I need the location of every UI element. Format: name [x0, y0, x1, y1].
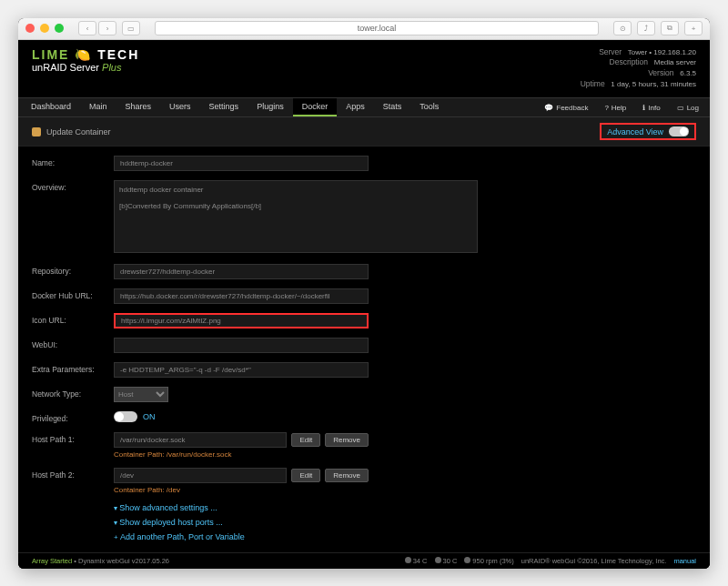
feedback-button[interactable]: 💬 Feedback [537, 98, 595, 116]
extra-input[interactable] [114, 362, 369, 378]
url-bar[interactable]: tower.local [155, 21, 599, 35]
temp1: 34 C [405, 557, 428, 565]
show-ports-link[interactable]: Show deployed host ports ... [114, 518, 696, 527]
host2-edit-button[interactable]: Edit [291, 469, 320, 482]
container-form: Name: Overview: hddtemp docker container… [18, 146, 710, 556]
fan-rpm: 950 rpm (3%) [464, 557, 513, 565]
extra-label: Extra Parameters: [32, 362, 114, 374]
icon-url-input[interactable] [114, 313, 369, 328]
tab-apps[interactable]: Apps [337, 98, 374, 116]
tab-stats[interactable]: Stats [374, 98, 411, 116]
toggle-icon[interactable] [669, 126, 689, 136]
share-icon[interactable]: ⤴ [637, 21, 655, 35]
page-content: LIME 🍋 TECH unRAID Server Plus Server To… [18, 40, 710, 569]
host2-remove-button[interactable]: Remove [325, 469, 369, 482]
header: LIME 🍋 TECH unRAID Server Plus Server To… [18, 40, 710, 98]
server-info: Server Tower • 192.168.1.20 Description … [581, 47, 696, 91]
forward-button[interactable]: › [98, 21, 116, 35]
name-input[interactable] [114, 156, 369, 171]
log-button[interactable]: ▭ Log [670, 98, 706, 116]
overview-textarea[interactable]: hddtemp docker container [b]Converted By… [114, 180, 478, 253]
copyright: unRAID® webGui ©2016, Lime Technology, I… [521, 557, 667, 565]
maximize-icon[interactable] [55, 24, 64, 33]
tab-tools[interactable]: Tools [410, 98, 448, 116]
help-button[interactable]: ? Help [597, 98, 633, 116]
browser-window: ‹ › ▭ tower.local ⊙ ⤴ ⧉ + LIME 🍋 TECH un… [18, 18, 710, 569]
back-button[interactable]: ‹ [78, 21, 96, 35]
page-title: Update Container [46, 127, 111, 136]
tab-shares[interactable]: Shares [116, 98, 161, 116]
host1-container-path: Container Path: /var/run/docker.sock [114, 450, 369, 459]
reader-icon[interactable]: ⊙ [613, 21, 632, 35]
tab-users[interactable]: Users [160, 98, 200, 116]
minimize-icon[interactable] [40, 24, 49, 33]
add-tab-icon[interactable]: + [684, 21, 703, 35]
tab-settings[interactable]: Settings [200, 98, 248, 116]
titlebar: ‹ › ▭ tower.local ⊙ ⤴ ⧉ + [18, 18, 710, 40]
main-tabs: Dashboard Main Shares Users Settings Plu… [18, 97, 710, 117]
close-icon[interactable] [25, 24, 35, 33]
array-status: Array Started • Dynamix webGui v2017.05.… [32, 557, 169, 565]
tab-main[interactable]: Main [80, 98, 116, 116]
priv-label: Privileged: [32, 411, 114, 423]
hub-input[interactable] [114, 288, 369, 304]
overview-label: Overview: [32, 180, 114, 192]
network-select[interactable]: Host [114, 387, 168, 402]
host1-remove-button[interactable]: Remove [325, 433, 369, 447]
tab-dashboard[interactable]: Dashboard [22, 98, 80, 116]
subheader: Update Container Advanced View [18, 117, 710, 146]
logo: LIME 🍋 TECH unRAID Server Plus [32, 47, 139, 73]
hub-label: Docker Hub URL: [32, 288, 114, 300]
sidebar-icon[interactable]: ▭ [122, 21, 140, 35]
show-advanced-link[interactable]: Show advanced settings ... [114, 503, 696, 512]
tabs-icon[interactable]: ⧉ [661, 21, 679, 35]
webui-label: WebUI: [32, 338, 114, 349]
icon-url-label: Icon URL: [32, 313, 114, 325]
advanced-view-toggle[interactable]: Advanced View [600, 123, 696, 140]
network-label: Network Type: [32, 387, 114, 399]
webui-input[interactable] [114, 338, 369, 353]
host1-label: Host Path 1: [32, 432, 114, 444]
nav-buttons: ‹ › [78, 21, 116, 35]
tab-plugins[interactable]: Plugins [248, 98, 293, 116]
host1-input[interactable] [114, 432, 287, 448]
footer: Array Started • Dynamix webGui v2017.05.… [18, 552, 710, 569]
host1-edit-button[interactable]: Edit [291, 433, 320, 447]
repo-input[interactable] [114, 264, 369, 279]
traffic-lights [25, 24, 64, 33]
host2-container-path: Container Path: /dev [114, 486, 369, 494]
add-path-link[interactable]: Add another Path, Port or Variable [114, 532, 696, 541]
name-label: Name: [32, 156, 114, 167]
tab-docker[interactable]: Docker [293, 98, 338, 116]
repo-label: Repository: [32, 264, 114, 276]
host2-input[interactable] [114, 468, 287, 483]
host2-label: Host Path 2: [32, 468, 114, 480]
container-icon [32, 127, 41, 136]
manual-link[interactable]: manual [673, 557, 696, 565]
info-button[interactable]: ℹ Info [635, 98, 667, 116]
privileged-toggle[interactable] [114, 411, 137, 422]
temp2: 30 C [435, 557, 458, 565]
